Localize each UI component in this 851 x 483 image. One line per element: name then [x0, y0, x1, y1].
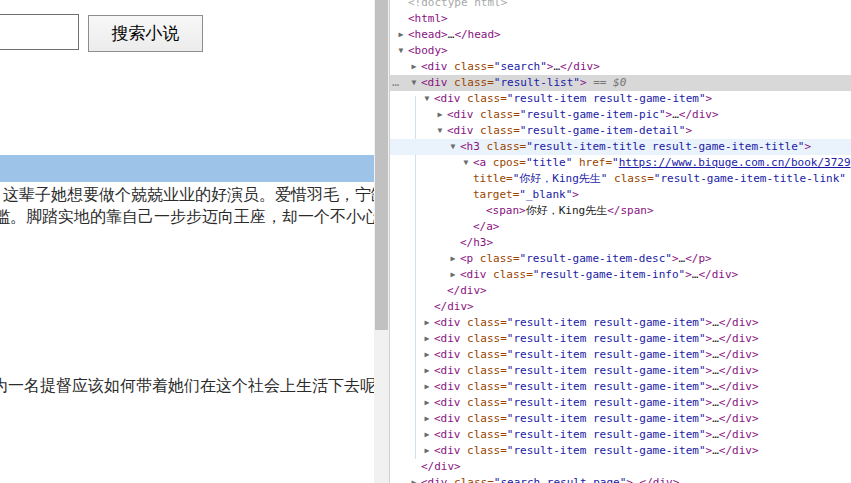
- devtools-tree-row[interactable]: ▼<body>: [390, 43, 851, 59]
- syntax-token-hint: == $0: [587, 76, 627, 89]
- syntax-token-tag: </div>: [719, 444, 759, 457]
- twisty-collapsed-icon[interactable]: ▶: [421, 443, 433, 459]
- twisty-collapsed-icon[interactable]: ▶: [447, 267, 459, 283]
- devtools-tree-row[interactable]: <!doctype html>: [390, 0, 851, 11]
- twisty-collapsed-icon[interactable]: ▶: [408, 59, 420, 75]
- devtools-tree-row[interactable]: </div>: [390, 459, 851, 475]
- syntax-token-val: "_blank": [519, 188, 572, 201]
- twisty-collapsed-icon[interactable]: ▶: [421, 363, 433, 379]
- syntax-token-tag: </div>: [560, 60, 600, 73]
- twisty-collapsed-icon[interactable]: ▶: [421, 411, 433, 427]
- devtools-tree-row[interactable]: ▶<div class="result-item result-game-ite…: [390, 427, 851, 443]
- devtools-tree-row[interactable]: </div>: [390, 299, 851, 315]
- devtools-tree-row[interactable]: ▼<div class="result-game-item-detail">: [390, 123, 851, 139]
- syntax-token-attr: class=: [461, 380, 507, 393]
- twisty-collapsed-icon[interactable]: ▶: [421, 395, 433, 411]
- search-novel-button[interactable]: 搜索小说: [88, 15, 203, 52]
- syntax-token-tag: </div>: [719, 428, 759, 441]
- devtools-tree-row[interactable]: <html>: [390, 11, 851, 27]
- syntax-token-ellipsis: …: [712, 412, 719, 425]
- syntax-token-val: "result-item result-game-item": [507, 316, 706, 329]
- syntax-token-tag: <div: [434, 92, 461, 105]
- devtools-tree-row[interactable]: <span>你好，King先生</span>: [390, 203, 851, 219]
- devtools-tree-row[interactable]: ▶<div class="result-item result-game-ite…: [390, 315, 851, 331]
- syntax-token-tag: </a>: [473, 220, 500, 233]
- syntax-token-val: "search": [494, 60, 547, 73]
- devtools-tree-row[interactable]: </h3>: [390, 235, 851, 251]
- twisty-expanded-icon[interactable]: ▼: [434, 123, 446, 139]
- syntax-token-tag: <div: [434, 428, 461, 441]
- devtools-tree-row[interactable]: ▶<div class="result-item result-game-ite…: [390, 363, 851, 379]
- syntax-token-tag: </div>: [640, 476, 680, 483]
- twisty-expanded-icon[interactable]: ▼: [447, 139, 459, 155]
- devtools-tree-row[interactable]: ▶<div class="result-item result-game-ite…: [390, 379, 851, 395]
- syntax-token-attr: class=: [608, 172, 654, 185]
- syntax-token-attr: class=: [448, 60, 494, 73]
- syntax-token-tag: <p: [460, 252, 473, 265]
- syntax-token-val: "result-item result-game-item": [507, 428, 706, 441]
- twisty-collapsed-icon[interactable]: ▶: [421, 347, 433, 363]
- syntax-token-text: 你好，King先生: [526, 204, 608, 217]
- syntax-token-val: "search-result-page": [494, 476, 626, 483]
- syntax-token-attr: class=: [461, 332, 507, 345]
- devtools-tree-row[interactable]: ▼<h3 class="result-item-title result-gam…: [390, 139, 851, 155]
- syntax-token-tag: </div>: [698, 268, 738, 281]
- devtools-tree-row[interactable]: ▶<p class="result-game-item-desc">…</p>: [390, 251, 851, 267]
- syntax-token-attr: class=: [461, 428, 507, 441]
- twisty-expanded-icon[interactable]: ▼: [408, 75, 420, 91]
- devtools-tree-row[interactable]: ▶<div class="result-item result-game-ite…: [390, 331, 851, 347]
- syntax-token-tag: </div>: [421, 460, 461, 473]
- search-input[interactable]: [0, 14, 79, 50]
- page-scrollbar-thumb[interactable]: [375, 0, 388, 330]
- overflow-menu-icon[interactable]: …: [392, 75, 399, 90]
- syntax-token-tag: <div: [460, 268, 487, 281]
- devtools-tree-row[interactable]: title="你好，King先生" class="result-game-ite…: [390, 171, 851, 187]
- twisty-collapsed-icon[interactable]: ▶: [421, 427, 433, 443]
- twisty-expanded-icon[interactable]: ▼: [395, 43, 407, 59]
- devtools-tree-row[interactable]: </div>: [390, 283, 851, 299]
- syntax-token-tag: <body>: [408, 44, 448, 57]
- syntax-token-tag: <div: [434, 444, 461, 457]
- syntax-token-attr: cpos=: [486, 156, 526, 169]
- syntax-token-tag: <div: [434, 348, 461, 361]
- devtools-tree-row[interactable]: ▼<div class="result-item result-game-ite…: [390, 91, 851, 107]
- syntax-token-val: "result-item-title result-game-item-titl…: [526, 140, 804, 153]
- devtools-tree-row[interactable]: ▶<div class="search">…</div>: [390, 59, 851, 75]
- devtools-tree-row[interactable]: ▶<head>…</head>: [390, 27, 851, 43]
- syntax-token-tag: >: [804, 140, 811, 153]
- syntax-token-attr: class=: [461, 92, 507, 105]
- syntax-token-tag: </span>: [607, 204, 653, 217]
- syntax-token-tag: </p>: [685, 252, 712, 265]
- syntax-token-ellipsis: …: [712, 380, 719, 393]
- syntax-token-tag: >: [706, 92, 713, 105]
- devtools-tree-row[interactable]: ▶<div class="search-result-page">…</div>: [390, 475, 851, 483]
- twisty-collapsed-icon[interactable]: ▶: [447, 251, 459, 267]
- twisty-collapsed-icon[interactable]: ▶: [434, 107, 446, 123]
- twisty-collapsed-icon[interactable]: ▶: [408, 475, 420, 483]
- devtools-tree-row[interactable]: ▶<div class="result-item result-game-ite…: [390, 411, 851, 427]
- syntax-token-val: "result-item result-game-item": [507, 380, 706, 393]
- twisty-expanded-icon[interactable]: ▼: [421, 91, 433, 107]
- devtools-tree-row[interactable]: ▶<div class="result-item result-game-ite…: [390, 347, 851, 363]
- devtools-tree-row[interactable]: ▶<div class="result-game-item-info">…</d…: [390, 267, 851, 283]
- syntax-token-tag: >: [626, 476, 633, 483]
- devtools-tree-row[interactable]: ▼<a cpos="title" href="https://www.biqug…: [390, 155, 851, 171]
- devtools-tree-row[interactable]: target="_blank">: [390, 187, 851, 203]
- devtools-tree-row[interactable]: ▶<div class="result-item result-game-ite…: [390, 443, 851, 459]
- devtools-tree-row[interactable]: ▶<div class="result-item result-game-ite…: [390, 395, 851, 411]
- twisty-collapsed-icon[interactable]: ▶: [421, 331, 433, 347]
- devtools-tree-row[interactable]: …▼<div class="result-list"> == $0: [390, 75, 851, 91]
- page-scrollbar-track[interactable]: [374, 0, 389, 483]
- devtools-tree-row[interactable]: ▶<div class="result-game-item-pic">…</di…: [390, 107, 851, 123]
- syntax-token-val: "result-game-item-pic": [520, 108, 666, 121]
- twisty-expanded-icon[interactable]: ▼: [460, 155, 472, 171]
- twisty-collapsed-icon[interactable]: ▶: [395, 27, 407, 43]
- syntax-token-tag: <a: [473, 156, 486, 169]
- syntax-token-val: "result-game-item-detail": [520, 124, 686, 137]
- syntax-token-tag: >: [685, 124, 692, 137]
- twisty-collapsed-icon[interactable]: ▶: [421, 379, 433, 395]
- twisty-collapsed-icon[interactable]: ▶: [421, 315, 433, 331]
- syntax-token-tag: >: [572, 188, 579, 201]
- devtools-tree-row[interactable]: </a>: [390, 219, 851, 235]
- syntax-token-attr: class=: [480, 140, 526, 153]
